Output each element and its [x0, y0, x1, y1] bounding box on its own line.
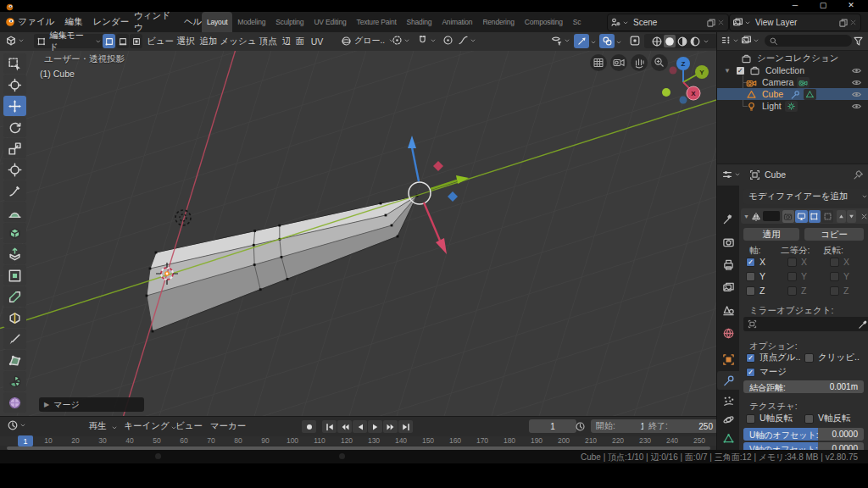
flip-u-checkbox[interactable]: U軸反転 [746, 413, 793, 424]
face-select-button[interactable] [130, 34, 142, 48]
shading-material-button[interactable] [676, 35, 688, 47]
tool-extrude-button[interactable] [3, 244, 26, 264]
tab-shading[interactable]: Shading [402, 12, 437, 32]
eye-icon[interactable] [851, 76, 862, 88]
current-frame-field[interactable]: 1 [529, 419, 576, 433]
disclosure-icon[interactable]: ▼ [724, 67, 731, 75]
modifier-name-field[interactable] [763, 211, 780, 221]
offset-u-slider[interactable]: U軸のオフセット:0.0000 [743, 428, 864, 441]
tab-texture-paint[interactable]: Texture Paint [352, 12, 402, 32]
props-tab-physics[interactable] [717, 410, 739, 429]
tab-modeling[interactable]: Modeling [232, 12, 270, 32]
camera-row[interactable]: Camera [717, 76, 868, 88]
shading-rendered-button[interactable] [689, 35, 701, 47]
tool-knife-button[interactable] [3, 329, 26, 349]
minimize-button[interactable]: ─ [787, 1, 804, 9]
modifier-editmode-toggle[interactable] [809, 210, 821, 223]
tool-smooth-button[interactable] [3, 392, 26, 413]
props-tab-particles[interactable] [717, 391, 739, 410]
orientation-dropdown[interactable]: グロー.. [341, 35, 396, 47]
outliner-editor-type-button[interactable] [721, 35, 740, 46]
disclosure-icon[interactable]: ▼ [743, 214, 749, 219]
modifier-move-down-button[interactable] [847, 210, 856, 223]
vp-menu-3[interactable]: メッシュ [220, 32, 257, 51]
flip-checkbox-axis_x[interactable]: X [830, 257, 849, 267]
tool-transform-button[interactable] [3, 159, 26, 180]
modifier-cage-toggle[interactable] [821, 210, 833, 223]
eye-icon[interactable] [851, 88, 862, 100]
view-layer-selector[interactable]: View Layer [729, 14, 861, 31]
scene-collection-row[interactable]: シーンコレクション [717, 53, 868, 64]
vp-menu-0[interactable]: ビュー [146, 32, 175, 51]
end-frame-field[interactable]: 終了:250 [643, 419, 718, 433]
collection-checkbox[interactable]: ✓ [736, 66, 745, 75]
props-tab-photos[interactable] [717, 278, 739, 297]
props-tab-object[interactable] [717, 350, 739, 369]
modifier-realtime-toggle[interactable] [795, 210, 807, 223]
timeline-menu-2[interactable]: ビュー [174, 417, 204, 435]
props-tab-output[interactable] [717, 255, 739, 274]
menu-3[interactable]: ウィンドウ [134, 12, 178, 32]
tool-rotate-button[interactable] [3, 117, 26, 137]
props-tab-render[interactable] [717, 232, 739, 251]
timeline-ruler[interactable]: 1020304050607080901001101201301401501601… [0, 436, 716, 446]
props-editor-type-button[interactable] [721, 169, 742, 180]
vp-menu-7[interactable]: UV [307, 32, 327, 51]
timeline-menu-1[interactable]: キーイング [124, 417, 170, 435]
jump-first-button[interactable] [322, 420, 337, 433]
vp-menu-1[interactable]: 選択 [174, 32, 198, 51]
outliner-filter-button[interactable] [853, 35, 864, 47]
eye-icon[interactable] [851, 64, 862, 76]
tool-select-box-button[interactable] [3, 53, 26, 74]
vertex-groups-checkbox[interactable]: ✓頂点グル.. [746, 352, 800, 363]
props-tab-world[interactable] [717, 324, 739, 342]
tool-cursor-button[interactable] [3, 75, 26, 95]
play-reverse-button[interactable] [353, 420, 367, 433]
modifier-move-up-button[interactable] [837, 210, 846, 223]
pivot-dropdown[interactable] [392, 35, 411, 46]
tool-poly-build-button[interactable] [3, 350, 26, 370]
light-row[interactable]: Light [717, 100, 868, 112]
timeline-menu-0[interactable]: 再生 [85, 417, 110, 435]
props-tab-meshdata[interactable] [717, 429, 739, 447]
axis-checkbox-axis_z[interactable]: Z [746, 286, 765, 296]
tool-scale-button[interactable] [3, 138, 26, 158]
scene-selector[interactable]: Scene [607, 14, 729, 31]
outliner-search-field[interactable] [765, 35, 852, 47]
jump-last-button[interactable] [398, 420, 413, 433]
pin-icon[interactable] [853, 169, 864, 180]
shading-wireframe-button[interactable] [651, 35, 663, 47]
axis-checkbox-axis_x[interactable]: ✓X [746, 257, 765, 267]
merge-limit-slider[interactable]: 結合距離:0.001m [743, 380, 864, 393]
cube-row[interactable]: Cube [717, 88, 868, 100]
record-button[interactable] [302, 420, 316, 433]
tool-measure-button[interactable] [3, 202, 26, 222]
play-button[interactable] [368, 420, 382, 433]
snap-dropdown[interactable] [429, 36, 437, 45]
tool-bevel-button[interactable] [3, 286, 26, 307]
mirror-object-field[interactable] [743, 317, 868, 331]
vp-menu-2[interactable]: 追加 [197, 32, 220, 51]
tool-inset-faces-button[interactable] [3, 265, 26, 286]
vp-menu-4[interactable]: 頂点 [256, 32, 280, 51]
editor-type-button[interactable] [5, 35, 25, 47]
tab-compositing[interactable]: Compositing [520, 12, 568, 32]
overlays-toggle[interactable] [599, 34, 615, 48]
operator-panel[interactable]: ▶マージ [39, 397, 144, 412]
gizmo-dropdown[interactable] [589, 36, 598, 47]
start-frame-field[interactable]: 開始:1 [591, 419, 650, 433]
next-keyframe-button[interactable] [383, 420, 398, 433]
xray-toggle[interactable] [629, 35, 641, 47]
edge-select-button[interactable] [116, 34, 129, 48]
shading-solid-button[interactable] [664, 35, 676, 47]
bisect-checkbox-axis_y[interactable]: Y [787, 271, 807, 281]
timeline-menu-3[interactable]: マーカー [209, 417, 248, 435]
props-tab-tool[interactable] [717, 209, 739, 228]
mode-dropdown[interactable]: 編集モード [34, 34, 105, 48]
modifier-panel-header[interactable]: ▼ [741, 208, 868, 224]
modifier-close-button[interactable] [860, 211, 868, 222]
eye-icon[interactable] [851, 100, 862, 112]
proportional-edit-toggle[interactable] [442, 35, 453, 46]
modifier-render-toggle[interactable] [782, 210, 794, 223]
apply-button[interactable]: 適用 [743, 228, 799, 241]
